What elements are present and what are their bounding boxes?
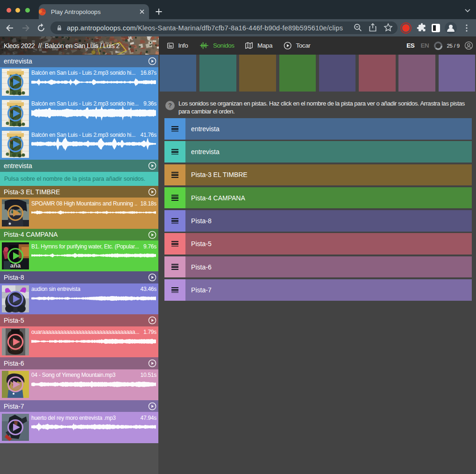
svg-text:aña: aña	[10, 262, 21, 269]
